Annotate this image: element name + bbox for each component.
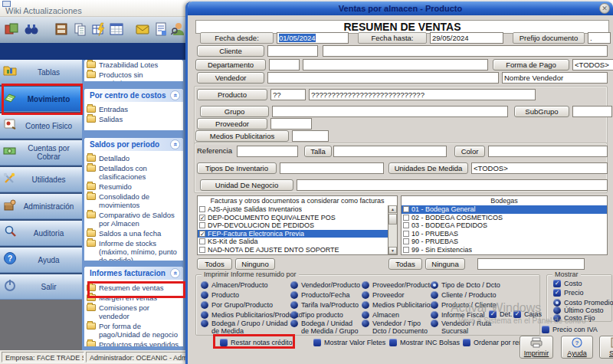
checkbox-icon[interactable] xyxy=(199,238,205,244)
producto-codigo-input[interactable]: ?? xyxy=(270,89,306,100)
proveedor-button[interactable]: Proveedor xyxy=(197,118,267,130)
radio-cliente-producto[interactable]: Cliente / Producto xyxy=(431,291,497,299)
unidades-de-medida-input[interactable]: <TODOS> xyxy=(471,162,608,174)
checkbox-icon[interactable] xyxy=(513,310,521,318)
panel-item-productos-mas-vendidos[interactable]: Productos más vendidos xyxy=(84,339,183,346)
checkbox-icon[interactable] xyxy=(553,280,561,287)
section-header-saldos-por-periodo[interactable]: Saldos por periodo« xyxy=(84,138,183,151)
user-search-icon[interactable] xyxy=(170,21,185,37)
sidebar-item-tablas[interactable]: Tablas xyxy=(0,60,82,85)
forma-de-pago-input[interactable]: <TODOS> xyxy=(572,59,613,71)
sidebar-item-salir[interactable]: Salir xyxy=(0,274,82,300)
panel-item-saldos-a-una-fecha[interactable]: Saldos a una fecha xyxy=(84,228,183,238)
checkbox-mostrar-valor-fletes[interactable]: Mostrar Valor Fletes xyxy=(313,339,385,346)
radio-icon[interactable] xyxy=(431,291,438,299)
radio-proveedor[interactable]: Proveedor xyxy=(362,291,405,299)
cliente-codigo-input[interactable] xyxy=(267,45,318,57)
radio-icon[interactable] xyxy=(431,301,438,309)
checkbox-icon[interactable] xyxy=(403,231,409,237)
radio-informe-fiscal[interactable]: Informe Fiscal xyxy=(431,311,485,319)
color-input[interactable] xyxy=(488,146,608,157)
radio-icon[interactable] xyxy=(290,320,298,327)
list-item-bodega-99[interactable]: 99 - Sin Existencias xyxy=(402,246,607,254)
checkbox-icon[interactable] xyxy=(403,215,409,221)
radio-proveedor-producto[interactable]: Proveedor/Producto xyxy=(362,281,434,289)
producto-button[interactable]: Producto xyxy=(197,89,267,100)
cliente-nombre-input[interactable] xyxy=(323,45,608,57)
checkbox-precio[interactable]: Precio xyxy=(553,289,584,297)
vendedor-button[interactable]: Vendedor xyxy=(197,72,264,84)
panel-item-entradas[interactable]: Entradas xyxy=(84,104,183,114)
grupo-input[interactable] xyxy=(272,106,508,117)
unidad-de-negocio-button[interactable]: Unidad De Negocio xyxy=(200,179,293,191)
color-button[interactable]: Color xyxy=(454,146,485,157)
checkbox-icon[interactable] xyxy=(389,339,397,346)
unidad-de-negocio-input[interactable] xyxy=(297,179,608,191)
radio-vendedor-tipo-dcto[interactable]: Vendedor / Tipo Dcto / Documento xyxy=(362,320,429,335)
radio-bodega-unidad-grupo[interactable]: Bodega / Unidad de Medida / Grupo xyxy=(290,320,361,335)
panel-item-detallados-clasificaciones[interactable]: Detallados con clasificaciones xyxy=(84,163,183,182)
cliente-button[interactable]: Cliente xyxy=(197,45,264,57)
sidebar-item-ayuda[interactable]: ? Ayuda xyxy=(0,248,82,273)
radio-icon[interactable] xyxy=(431,311,438,319)
radio-icon[interactable] xyxy=(201,301,208,309)
departamento-nombre-input[interactable] xyxy=(303,59,488,71)
radio-icon[interactable] xyxy=(553,307,561,314)
scroll-down-icon[interactable]: ▼ xyxy=(388,247,397,254)
collapse-chevron-icon[interactable]: « xyxy=(170,268,180,278)
panel-item-resumido[interactable]: Resumido xyxy=(84,182,183,192)
radio-icon[interactable] xyxy=(201,311,208,319)
ayuda-button[interactable]: ? Ayuda xyxy=(561,336,593,359)
imprimir-button[interactable]: Imprimir xyxy=(520,336,553,359)
radio-icon[interactable] xyxy=(362,311,369,319)
departamento-button[interactable]: Departamento xyxy=(195,59,266,71)
panel-item-productos-sin-movimiento[interactable]: Productos sin movimiento xyxy=(84,70,183,81)
radio-bodega-grupo-unidad[interactable]: Bodega / Grupo / Unidad de Medida xyxy=(201,320,290,335)
panel-item-comisiones-vendedor[interactable]: Comisiones por vendedor xyxy=(84,303,183,321)
list-item-nad[interactable]: NAD-NOTA DE AJUSTE DNTO SOPORTE xyxy=(198,246,397,254)
panel-item-consolidado-movimientos[interactable]: Consolidado de movimientos xyxy=(84,192,183,210)
checkbox-icon[interactable] xyxy=(199,222,205,228)
list-item-bodega-03[interactable]: 03 - BODEGA PEDIDOS xyxy=(402,221,607,230)
unidades-de-medida-button[interactable]: Unidades De Medida xyxy=(388,162,468,174)
grid-icon[interactable] xyxy=(109,21,124,37)
producto-descripcion-input[interactable]: ???????????????????????????? xyxy=(309,89,536,100)
checkbox-det[interactable]: Det. xyxy=(489,310,513,318)
radio-icon[interactable] xyxy=(362,291,369,299)
panel-item-informe-stocks[interactable]: Informe de stocks (máximo, mínimo, punto… xyxy=(84,238,183,261)
checkbox-icon[interactable] xyxy=(199,247,205,253)
fecha-desde-input[interactable]: 01/05/2024 xyxy=(277,32,349,44)
radio-almacen[interactable]: Almacen xyxy=(362,311,399,319)
radio-icon[interactable] xyxy=(553,314,561,322)
medios-publicitarios-input[interactable] xyxy=(292,130,329,142)
checkbox-icon[interactable] xyxy=(199,206,205,212)
referencia-input[interactable] xyxy=(237,146,298,157)
copy-icon[interactable] xyxy=(73,21,88,37)
collapse-chevron-icon[interactable]: « xyxy=(170,139,180,149)
radio-costo-fijo[interactable]: Costo Fijo xyxy=(553,314,595,322)
radio-costo-promedio[interactable]: Costo Promedio xyxy=(553,299,613,307)
checkbox-icon[interactable] xyxy=(313,339,321,346)
table-lightning-icon[interactable] xyxy=(91,21,107,37)
radio-icon[interactable] xyxy=(290,291,298,299)
checkbox-mostrar-inc-bolsas[interactable]: Mostrar INC Bolsas xyxy=(389,339,460,346)
prefijo-documento-input[interactable]: . xyxy=(588,32,611,44)
panel-item-por-forma-de-pago[interactable]: Por forma de pago/Unidad de negocio xyxy=(84,321,183,339)
radio-icon[interactable] xyxy=(362,281,369,289)
checkbox-icon[interactable] xyxy=(403,222,409,228)
dialog-title-bar[interactable]: Ventas por almacen - Producto xyxy=(188,2,613,15)
list-item-bodega-02[interactable]: 02 - BODEGA COSMETICOS xyxy=(402,214,607,222)
report-icon[interactable] xyxy=(153,21,169,37)
radio-producto-cliente[interactable]: Producto / Cliente xyxy=(431,301,497,309)
panel-item-trazabilidad-lotes[interactable]: Trazabilidad Lotes xyxy=(84,60,183,70)
panel-item-comparativo-saldos[interactable]: Comparativo de Saldos por Almacen xyxy=(84,210,183,228)
checkbox-precio-con-iva[interactable]: Precio con IVA xyxy=(542,326,598,333)
checkbox-icon[interactable] xyxy=(403,238,409,244)
radio-ultimo-costo[interactable]: Último Costo xyxy=(553,307,604,314)
todos-button[interactable]: Todos xyxy=(197,258,232,270)
subgrupo-input[interactable] xyxy=(572,106,612,117)
radio-tipo-producto[interactable]: Tipo producto xyxy=(290,311,343,319)
scroll-thumb[interactable] xyxy=(388,214,397,225)
checkbox-icon[interactable] xyxy=(463,339,470,346)
talla-button[interactable]: Talla xyxy=(304,146,332,157)
